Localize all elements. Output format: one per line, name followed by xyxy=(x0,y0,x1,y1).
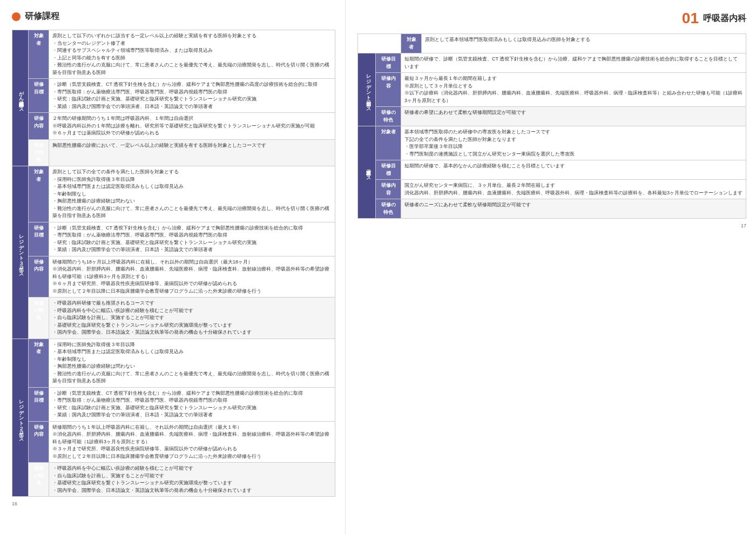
table-row: 研修内容 ２年間の研修期間のうち１年間は呼吸器内科、１年間は自由選択 ※呼吸器内… xyxy=(12,113,335,140)
content-toku-tanki: 研修者の希望にあわせて柔軟な研修期間設定が可能です xyxy=(401,107,746,126)
content-naiyou-tanki: 最短３ヶ月から最長１年の期間在籍します ※原則として３ヶ月単位とする ※以下の診… xyxy=(401,73,746,107)
group-label-gan: がん専門修練医コース xyxy=(12,30,29,166)
content-mokuhyo-tanki: 短期間の研修で、診断（気管支鏡検査、CT 透視下針生検を含む）から治療、緩和ケア… xyxy=(401,53,746,73)
content-mokuhyo-gan: ・診断（気管支鏡検査、CT 透視下針生検を含む）から治療、緩和ケアまで胸部悪性腫… xyxy=(49,79,335,113)
sub-label-taisho-senkou: 対象者 xyxy=(376,126,401,160)
table-row: レジデント３年コース 対象者 原則として以下の全ての条件を満たした医師を対象とす… xyxy=(12,166,335,222)
right-panel: 01 呼吸器内科 対象者 原則として基本領域専門医取得済みもしくは取得見込みの医… xyxy=(346,0,756,534)
page-number-right-footer: 17 xyxy=(741,223,746,228)
sub-label-mokuhyo-gan: 研修目標 xyxy=(29,79,49,113)
curriculum-table: がん専門修練医コース 対象者 原則として以下のいずれかに該当する一定レベル以上の… xyxy=(12,30,335,497)
right-curriculum-table: 対象者 原則として基本領域専門医取得済みもしくは取得見込みの医師を対象とする レ… xyxy=(357,33,746,219)
table-row: 対象者 原則として基本領域専門医取得済みもしくは取得見込みの医師を対象とする xyxy=(358,34,746,53)
page-number-left: 16 xyxy=(12,501,17,506)
table-row: 研修目標 ・診断（気管支鏡検査、CT 透視下針生検を含む）から治療、緩和ケアまで… xyxy=(12,79,335,113)
sub-label-naiyou-2nen: 研修内容 xyxy=(29,421,49,463)
content-taisho-senkou: 基本領域専門医取得のため研修中の専攻医を対象としたコースです 下記の全ての条件を… xyxy=(401,126,746,160)
table-row: 研修内容 研修期間のうち18ヶ月以上呼吸器内科に在籍し、それ以外の期間は自由選択… xyxy=(12,256,335,298)
table-row: 研修目標 ・診断（気管支鏡検査、CT 透視下針生検を含む）から治療、緩和ケアまで… xyxy=(12,387,335,421)
content-top-taisho: 原則として基本領域専門医取得済みもしくは取得見込みの医師を対象とする xyxy=(422,34,746,53)
table-row: がん専門修練医コース 対象者 原則として以下のいずれかに該当する一定レベル以上の… xyxy=(12,30,335,79)
sub-label-toku-gan: 研修の特色 xyxy=(29,139,49,166)
group-label-3nen: レジデント３年コース xyxy=(12,166,29,339)
sub-label-toku-2nen: 研修の特色 xyxy=(29,463,49,497)
group-label-tanki: レジデント短期コース xyxy=(358,53,376,126)
sub-label-mokuhyo-senkou: 研修目標 xyxy=(376,160,401,180)
table-row: 研修内容 研修期間のうち１年以上呼吸器内科に在籍し、それ以外の期間は自由選択（最… xyxy=(12,421,335,463)
table-row: 研修内容 最短３ヶ月から最長１年の期間在籍します ※原則として３ヶ月単位とする … xyxy=(358,73,746,107)
sub-label-naiyou-tanki: 研修内容 xyxy=(376,73,401,107)
section-dot xyxy=(12,12,21,21)
content-toku-gan: 胸部悪性腫瘍の診療において、一定レベル以上の経験と実績を有する医師を対象としたコ… xyxy=(49,139,335,166)
page-footer-right: 17 xyxy=(357,223,746,228)
content-mokuhyo-3nen: ・診断（気管支鏡検査、CT 透視下針生検を含む）から治療、緩和ケアまで胸部悪性腫… xyxy=(49,222,335,256)
table-row: 研修の特色 研修者の希望にあわせて柔軟な研修期間設定が可能です xyxy=(358,107,746,126)
page-container: 研修課程 がん専門修練医コース 対象者 原則として以下のいずれかに該当する一定レ… xyxy=(0,0,756,534)
sub-label-toku-senkou: 研修の特色 xyxy=(376,199,401,219)
sub-label-naiyou-senkou: 研修内容 xyxy=(376,180,401,199)
table-row: 研修の特色 研修者のニーズにあわせて柔軟な研修期間設定が可能です xyxy=(358,199,746,219)
sub-label-toku-3nen: 研修の特色 xyxy=(29,298,49,339)
table-row: 研修内容 国立がん研究センター東病院に、３ヶ月単位、最長２年間在籍します 消化器… xyxy=(358,180,746,199)
content-toku-3nen: ・呼吸器内科研修で最も推奨されるコースです ・呼吸器内科を中心に幅広い疾診療の経… xyxy=(49,298,335,339)
table-row: 研修の特色 ・呼吸器内科を中心に幅広い疾診療の経験を積むことが可能です ・自ら臨… xyxy=(12,463,335,497)
sub-label-naiyou-gan: 研修内容 xyxy=(29,113,49,140)
sub-label-mokuhyo-tanki: 研修目標 xyxy=(376,53,401,73)
page-number-right-display: 01 xyxy=(682,11,699,26)
content-mokuhyo-senkou: 短期間の研修で、基本的なかんの診療経験を積むことを目標としています xyxy=(401,160,746,180)
sub-label-mokuhyo-2nen: 研修目標 xyxy=(29,387,49,421)
left-panel: 研修課程 がん専門修練医コース 対象者 原則として以下のいずれかに該当する一定レ… xyxy=(0,0,346,534)
group-label-2nen: レジデント２年コース xyxy=(12,339,29,497)
content-naiyou-senkou: 国立がん研究センター東病院に、３ヶ月単位、最長２年間在籍します 消化器内科、肝胆… xyxy=(401,180,746,199)
sub-label-taisho-3nen: 対象者 xyxy=(29,166,49,222)
sub-label-taisho-gan: 対象者 xyxy=(29,30,49,79)
sub-label-mokuhyo-3nen: 研修目標 xyxy=(29,222,49,256)
content-naiyou-2nen: 研修期間のうち１年以上呼吸器内科に在籍し、それ以外の期間は自由選択（最大１年） … xyxy=(49,421,335,463)
section-title: 研修課程 xyxy=(25,11,59,22)
content-toku-senkou: 研修者のニーズにあわせて柔軟な研修期間設定が可能です xyxy=(401,199,746,219)
department-title: 呼吸器内科 xyxy=(703,13,746,24)
group-label-senkou: 専攻医コース xyxy=(358,126,376,219)
table-row: 専攻医コース 対象者 基本領域専門医取得のため研修中の専攻医を対象としたコースで… xyxy=(358,126,746,160)
page-footer-left: 16 xyxy=(12,501,335,506)
table-row: レジデント短期コース 研修目標 短期間の研修で、診断（気管支鏡検査、CT 透視下… xyxy=(358,53,746,73)
content-taisho-gan: 原則として以下のいずれかに該当する一定レベル以上の経験と実績を有する医師を対象と… xyxy=(49,30,335,79)
content-taisho-3nen: 原則として以下の全ての条件を満たした医師を対象とする ・採用時に医師免許取得後３… xyxy=(49,166,335,222)
table-row: 研修目標 ・診断（気管支鏡検査、CT 透視下針生検を含む）から治療、緩和ケアまで… xyxy=(12,222,335,256)
content-taisho-2nen: ・採用時に医師免許取得後３年目以降 ・基本領域専門医または認定医取得済みもしくは… xyxy=(49,339,335,387)
table-row: レジデント２年コース 対象者 ・採用時に医師免許取得後３年目以降 ・基本領域専門… xyxy=(12,339,335,387)
table-row: 研修目標 短期間の研修で、基本的なかんの診療経験を積むことを目標としています xyxy=(358,160,746,180)
content-naiyou-3nen: 研修期間のうち18ヶ月以上呼吸器内科に在籍し、それ以外の期間は自由選択（最大18… xyxy=(49,256,335,298)
right-header: 01 呼吸器内科 xyxy=(357,11,746,26)
sub-label-top-taisho: 対象者 xyxy=(401,34,422,53)
content-mokuhyo-2nen: ・診断（気管支鏡検査、CT 透視下針生検を含む）から治療、緩和ケアまで胸部悪性腫… xyxy=(49,387,335,421)
sub-label-toku-tanki: 研修の特色 xyxy=(376,107,401,126)
sub-label-taisho-2nen: 対象者 xyxy=(29,339,49,387)
content-toku-2nen: ・呼吸器内科を中心に幅広い疾診療の経験を積むことが可能です ・自ら臨床試験を計画… xyxy=(49,463,335,497)
table-row: 研修の特色 ・呼吸器内科研修で最も推奨されるコースです ・呼吸器内科を中心に幅広… xyxy=(12,298,335,339)
table-row: 研修の特色 胸部悪性腫瘍の診療において、一定レベル以上の経験と実績を有する医師を… xyxy=(12,139,335,166)
sub-label-naiyou-3nen: 研修内容 xyxy=(29,256,49,298)
content-naiyou-gan: ２年間の研修期間のうち１年間は呼吸器内科、１年間は自由選択 ※呼吸器内科以外の１… xyxy=(49,113,335,140)
left-header: 研修課程 xyxy=(12,11,335,22)
